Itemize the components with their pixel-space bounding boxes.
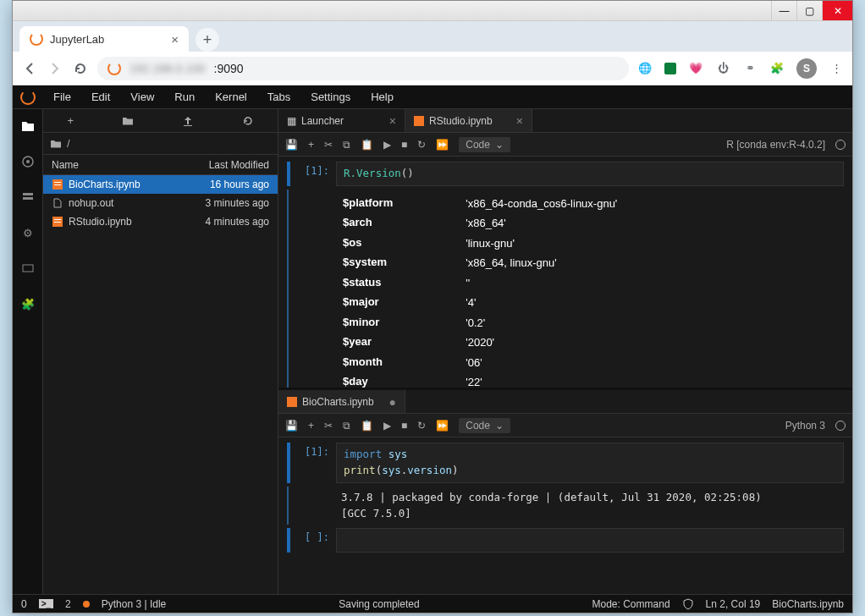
menu-settings[interactable]: Settings [300,86,361,107]
ext-icon-2[interactable]: 💗 [688,61,703,76]
add-cell-button[interactable]: + [308,420,314,432]
celltype-select[interactable]: Code ⌄ [459,418,510,433]
menu-help[interactable]: Help [361,86,404,107]
reload-button[interactable] [72,60,89,77]
shield-icon[interactable] [682,598,694,610]
puzzle-icon[interactable]: 🧩 [769,61,785,76]
breadcrumb-path: / [67,137,70,150]
globe-icon[interactable]: 🌐 [637,61,653,76]
add-cell-button[interactable]: + [308,139,314,151]
jupyter-topbar: File Edit View Run Kernel Tabs Settings … [13,85,852,109]
status-item[interactable]: 0 [21,598,27,610]
save-button[interactable]: 💾 [285,139,298,151]
new-folder-button[interactable] [122,115,134,127]
cut-button[interactable]: ✂ [324,420,333,432]
refresh-button[interactable] [242,115,254,127]
notebook-lower[interactable]: [1]: import sysprint(sys.version) 3.7.8 … [278,437,852,594]
terminal-icon[interactable]: >_ [39,599,53,608]
profile-avatar[interactable]: S [796,58,817,79]
upload-button[interactable] [182,115,194,127]
close-icon[interactable]: × [516,114,523,128]
menu-file[interactable]: File [43,86,81,107]
file-row[interactable]: BioCharts.ipynb 16 hours ago [43,175,278,194]
restart-button[interactable]: ↻ [417,139,426,151]
code-cell[interactable]: [1]: import sysprint(sys.version) [287,443,844,483]
extensions-tab-icon[interactable]: 🧩 [19,295,36,312]
menu-view[interactable]: View [120,86,164,107]
status-kernel[interactable]: Python 3 | Idle [102,598,167,610]
stop-button[interactable]: ■ [401,139,407,151]
celltype-select[interactable]: Code ⌄ [459,137,510,152]
file-row[interactable]: RStudio.ipynb 4 minutes ago [43,212,278,231]
running-tab-icon[interactable] [19,153,36,170]
link-icon[interactable]: ⚭ [742,61,758,76]
tab-biocharts[interactable]: BioCharts.ipynb ● [278,390,405,413]
forward-button[interactable] [47,60,63,77]
menu-run[interactable]: Run [164,86,205,107]
svg-rect-6 [54,182,61,183]
cut-button[interactable]: ✂ [324,139,333,151]
paste-button[interactable]: 📋 [361,420,373,432]
status-mode[interactable]: Mode: Command [592,598,670,610]
tab-rstudio[interactable]: RStudio.ipynb × [405,109,532,132]
ext-icon-1[interactable] [664,63,676,74]
paste-button[interactable]: 📋 [361,139,373,151]
kebab-menu[interactable]: ⋮ [829,61,844,76]
header-modified[interactable]: Last Modified [209,159,269,171]
status-cursor[interactable]: Ln 2, Col 19 [706,598,761,610]
svg-rect-4 [23,265,33,272]
property-tab-icon[interactable]: ⚙ [19,224,36,241]
address-bar[interactable]: 192.168.0.100 :9090 [97,57,629,80]
filebrowser-tab-icon[interactable] [19,118,36,135]
new-launcher-button[interactable]: + [67,114,74,127]
save-button[interactable]: 💾 [285,420,298,432]
dirty-indicator[interactable]: ● [389,395,396,409]
status-item[interactable]: 2 [65,598,71,610]
copy-button[interactable]: ⧉ [343,420,350,432]
menu-edit[interactable]: Edit [81,86,120,107]
cell-input[interactable] [336,528,844,553]
maximize-button[interactable]: ▢ [796,1,822,20]
kernel-dot-icon [83,601,90,608]
cell-input[interactable]: import sysprint(sys.version) [336,443,844,483]
file-name: nohup.out [69,197,113,209]
close-tab-button[interactable]: × [171,32,179,47]
stop-button[interactable]: ■ [401,420,407,432]
restart-button[interactable]: ↻ [417,420,426,432]
close-window-button[interactable]: ✕ [822,1,852,20]
notebook-upper[interactable]: [1]: R.Version() $platform'x86_64-conda_… [278,157,852,388]
breadcrumb[interactable]: / [43,133,278,155]
menu-kernel[interactable]: Kernel [205,86,257,107]
copy-button[interactable]: ⧉ [343,139,350,151]
jupyter-main: ⚙ 🧩 + / Name Last Modified [13,109,852,594]
minimize-button[interactable]: — [771,1,796,20]
commands-tab-icon[interactable] [19,189,36,206]
code-cell[interactable]: [1]: R.Version() [287,162,844,186]
url-host-redacted: 192.168.0.100 [129,62,206,75]
back-button[interactable] [21,60,38,77]
svg-point-1 [26,160,30,163]
restart-run-button[interactable]: ⏩ [436,420,449,432]
file-row[interactable]: nohup.out 3 minutes ago [43,194,278,212]
upper-notebook-pane: ▦ Launcher × RStudio.ipynb × 💾 + [278,109,852,390]
restart-run-button[interactable]: ⏩ [436,139,449,151]
close-icon[interactable]: × [389,114,396,128]
status-file[interactable]: BioCharts.ipynb [772,598,844,610]
tabs-tab-icon[interactable] [19,260,36,277]
browser-tab-active[interactable]: JupyterLab × [19,26,189,52]
svg-rect-11 [414,116,424,126]
notebook-icon [52,179,63,190]
code-cell-empty[interactable]: [ ]: [287,528,844,553]
kernel-name[interactable]: Python 3 [785,420,825,432]
cell-input[interactable]: R.Version() [336,162,844,186]
header-name[interactable]: Name [52,159,79,171]
jupyter-logo[interactable] [13,90,43,105]
new-tab-button[interactable]: + [196,28,219,52]
status-saving: Saving completed [339,598,419,610]
menu-tabs[interactable]: Tabs [257,86,300,107]
run-button[interactable]: ▶ [383,420,391,432]
tab-launcher[interactable]: ▦ Launcher × [278,109,405,132]
kernel-name[interactable]: R [conda env:R-4.0.2] [726,139,825,151]
power-icon[interactable]: ⏻ [715,61,730,76]
run-button[interactable]: ▶ [383,139,391,151]
